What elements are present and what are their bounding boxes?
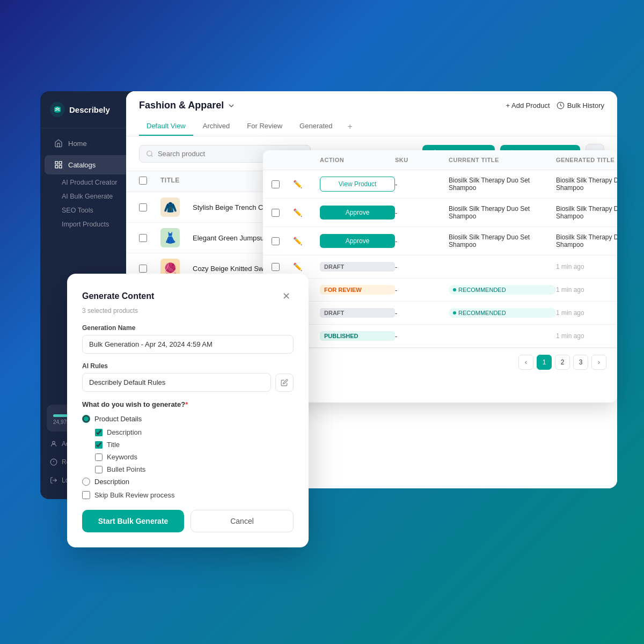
select-all-checkbox[interactable] [139, 177, 147, 185]
title-label: Title [107, 441, 120, 449]
main-header-top: Fashion & Apparel + Add Product Bulk His… [139, 100, 604, 111]
generation-name-input[interactable] [82, 335, 294, 354]
bulk-history-button[interactable]: Bulk History [557, 101, 604, 109]
tab-add[interactable]: + [342, 118, 358, 136]
start-bulk-generate-button[interactable]: Start Bulk Generate [82, 510, 184, 532]
tab-archived[interactable]: Archived [195, 118, 238, 136]
tab-generated[interactable]: Generated [292, 118, 340, 136]
recommended-badge-5: RECOMMENDED [449, 285, 556, 295]
overlay-col-check [272, 157, 293, 163]
current-title-1: Biosilk Silk Therapy Duo Set Shampoo [449, 177, 556, 192]
recommended-badge-6: RECOMMENDED [449, 308, 556, 318]
edit-icon-3[interactable]: ✏️ [293, 237, 320, 245]
product-details-label: Product Details [94, 415, 142, 423]
ai-rules-label: AI Rules [82, 362, 294, 370]
overlay-row-3: ✏️ Approve - Biosilk Silk Therapy Duo Se… [263, 227, 617, 255]
description-radio-label: Description [94, 478, 129, 486]
bullet-points-checkbox[interactable] [95, 466, 103, 473]
description-option[interactable]: Description [95, 428, 294, 436]
logo-text: Describely [69, 105, 110, 114]
overlay-row-5: ✏️ FOR REVIEW - RECOMMENDED 1 min ago [263, 279, 617, 302]
sku-3: - [395, 237, 449, 245]
sku-4: - [395, 263, 449, 271]
bullet-points-label: Bullet Points [107, 465, 145, 473]
modal-title: Generate Content [82, 291, 154, 301]
time-5: 1 min ago [556, 286, 617, 294]
row-checkbox-2[interactable] [139, 234, 147, 242]
clock-icon [557, 101, 565, 109]
skip-bulk-checkbox[interactable] [82, 491, 90, 499]
edit-icon-2[interactable]: ✏️ [293, 208, 320, 217]
sku-2: - [395, 209, 449, 217]
sku-1: - [395, 180, 449, 188]
add-product-button[interactable]: + Add Product [506, 101, 550, 109]
dot-6 [453, 311, 456, 314]
view-product-button-1[interactable]: View Product [320, 177, 395, 192]
overlay-row-6: ✏️ DRAFT - RECOMMENDED 1 min ago [263, 302, 617, 325]
sidebar-item-home[interactable]: Home [45, 134, 138, 153]
modal-close-button[interactable]: ✕ [279, 289, 294, 304]
skip-bulk-option[interactable]: Skip Bulk Review process [82, 491, 294, 499]
overlay-col-edit [293, 157, 320, 163]
prev-page-button[interactable]: ‹ [518, 355, 533, 370]
description-checkbox[interactable] [95, 429, 103, 436]
resources-icon [50, 458, 57, 466]
edit-icon-1[interactable]: ✏️ [293, 180, 320, 188]
row-checkbox-3[interactable] [139, 265, 147, 273]
modal-header: Generate Content ✕ [82, 289, 294, 304]
overlay-col-generated-title: GENERATED TITLE [556, 157, 617, 163]
overlay-row-7: ✏️ PUBLISHED - 1 min ago [263, 325, 617, 348]
overlay-col-current-title: CURRENT TITLE [449, 157, 556, 163]
header-actions: + Add Product Bulk History [506, 101, 604, 109]
product-thumbnail-2: 👗 [160, 228, 180, 247]
skip-bulk-label: Skip Bulk Review process [94, 491, 175, 499]
overlay-check-3[interactable] [272, 237, 280, 245]
title-checkbox[interactable] [95, 441, 103, 449]
current-title-3: Biosilk Silk Therapy Duo Set Shampoo [449, 233, 556, 248]
sidebar-item-catalogs[interactable]: Catalogs [45, 155, 138, 174]
svg-rect-3 [59, 165, 62, 168]
description-radio-option[interactable]: Description [82, 478, 294, 486]
overlay-check-4[interactable] [272, 263, 280, 271]
keywords-option[interactable]: Keywords [95, 453, 294, 461]
overlay-row-2: ✏️ Approve - Biosilk Silk Therapy Duo Se… [263, 199, 617, 227]
tab-default-view[interactable]: Default View [139, 118, 193, 136]
ai-rules-select[interactable]: Describely Default Rules [82, 373, 271, 392]
ai-rules-edit-button[interactable] [275, 374, 294, 392]
overlay-row-1: ✏️ View Product - Biosilk Silk Therapy D… [263, 170, 617, 199]
page-button-3[interactable]: 3 [573, 355, 588, 370]
category-title: Fashion & Apparel [139, 100, 236, 111]
status-badge-4: DRAFT [320, 262, 395, 272]
overlay-check-1[interactable] [272, 180, 280, 188]
page-button-2[interactable]: 2 [555, 355, 570, 370]
keywords-checkbox[interactable] [95, 453, 103, 461]
svg-point-5 [53, 441, 55, 444]
approve-button-2[interactable]: Approve [320, 206, 395, 219]
sidebar-home-label: Home [68, 140, 87, 148]
title-option[interactable]: Title [95, 441, 294, 449]
page-button-1[interactable]: 1 [537, 355, 552, 370]
overlay-check-2[interactable] [272, 209, 280, 217]
svg-rect-4 [55, 165, 58, 168]
tab-for-review[interactable]: For Review [239, 118, 290, 136]
description-radio[interactable] [82, 478, 90, 486]
main-header: Fashion & Apparel + Add Product Bulk His… [126, 91, 617, 136]
generation-name-label: Generation Name [82, 324, 294, 332]
approve-button-3[interactable]: Approve [320, 234, 395, 248]
svg-rect-1 [55, 162, 58, 164]
next-page-button[interactable]: › [591, 355, 606, 370]
cancel-button[interactable]: Cancel [191, 510, 294, 532]
edit-icon-4[interactable]: ✏️ [293, 262, 320, 271]
overlay-panel: ACTION SKU CURRENT TITLE GENERATED TITLE… [263, 150, 617, 402]
ai-rules-row: Describely Default Rules [82, 373, 294, 392]
status-badge-5: FOR REVIEW [320, 285, 395, 295]
describely-logo-icon [50, 102, 65, 117]
current-title-2: Biosilk Silk Therapy Duo Set Shampoo [449, 205, 556, 220]
bullet-points-option[interactable]: Bullet Points [95, 465, 294, 473]
row-checkbox-1[interactable] [139, 203, 147, 211]
product-details-option[interactable]: Product Details [82, 415, 294, 423]
edit-pencil-icon [281, 379, 288, 386]
overlay-col-sku: SKU [395, 157, 449, 163]
sidebar-catalogs-label: Catalogs [68, 161, 96, 169]
product-details-radio[interactable] [82, 415, 90, 423]
